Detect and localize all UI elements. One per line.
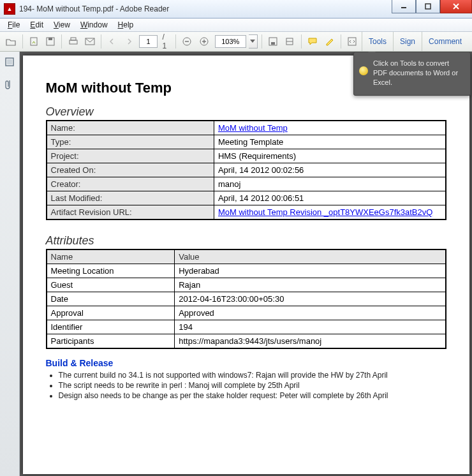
- open-file-button[interactable]: [4, 34, 18, 49]
- notes-list: The current build no 34.1 is not support…: [46, 371, 446, 400]
- table-row: Date2012-04-16T23:00:00+05:30: [47, 292, 446, 306]
- svg-rect-1: [425, 4, 431, 9]
- svg-rect-8: [71, 38, 76, 40]
- value-modified: April, 14 2012 00:06:51: [214, 191, 445, 205]
- zoom-dropdown[interactable]: [249, 34, 258, 48]
- tools-tooltip: Click on Tools to convert PDF documents …: [353, 52, 471, 96]
- page-total: / 1: [163, 33, 170, 50]
- toolbar-separator: [175, 34, 176, 48]
- minimize-button[interactable]: [392, 0, 416, 13]
- comment-link[interactable]: Comment: [422, 32, 468, 51]
- menu-window[interactable]: Window: [75, 19, 113, 31]
- save-button[interactable]: [43, 34, 58, 49]
- label-created: Created On:: [47, 163, 214, 177]
- value-creator: manoj: [214, 177, 445, 191]
- list-item: Design also needs to be change as per th…: [59, 391, 446, 400]
- tooltip-arrow: [368, 52, 376, 52]
- menu-edit[interactable]: Edit: [25, 19, 48, 31]
- value-name-link[interactable]: MoM without Temp: [218, 123, 288, 133]
- build-release-heading: Build & Release: [46, 358, 446, 368]
- toolbar-separator: [262, 34, 262, 48]
- menu-file[interactable]: File: [3, 19, 25, 31]
- app-icon: ▲: [4, 3, 15, 15]
- document-stage[interactable]: MoM without Temp Overview Name:MoM witho…: [20, 52, 472, 476]
- window-controls: [392, 0, 472, 13]
- zoom-input[interactable]: 103%: [215, 35, 246, 48]
- page-number-input[interactable]: 1: [139, 35, 157, 48]
- print-button[interactable]: [66, 34, 80, 49]
- svg-rect-7: [70, 40, 77, 44]
- svg-rect-6: [48, 38, 52, 40]
- svg-rect-21: [7, 59, 12, 64]
- label-project: Project:: [47, 149, 214, 163]
- viewmode-button[interactable]: [283, 34, 297, 49]
- menu-view[interactable]: View: [48, 19, 75, 31]
- toolbar-separator: [341, 34, 341, 48]
- value-type: Meeting Template: [214, 135, 445, 149]
- email-button[interactable]: [83, 34, 98, 49]
- label-type: Type:: [47, 135, 214, 149]
- table-row: Participantshttps://mapanda3:9443/jts/us…: [47, 334, 446, 349]
- label-creator: Creator:: [47, 177, 214, 191]
- attachments-icon[interactable]: [5, 79, 14, 93]
- zoom-in-button[interactable]: [196, 34, 211, 49]
- toolbar-separator: [301, 34, 302, 48]
- attr-header-name: Name: [47, 249, 175, 264]
- svg-rect-16: [271, 42, 275, 45]
- highlight-button[interactable]: [322, 34, 337, 49]
- sign-link[interactable]: Sign: [393, 32, 422, 51]
- nav-sidebar: [0, 52, 20, 476]
- read-mode-button[interactable]: [344, 34, 359, 49]
- toolbar: 1 / 1 103% Tools Sign Comment: [0, 32, 472, 52]
- attr-header-value: Value: [175, 249, 446, 264]
- titlebar: ▲ 194- MoM without Temp.pdf - Adobe Read…: [0, 0, 472, 19]
- pdf-page: MoM without Temp Overview Name:MoM witho…: [23, 56, 469, 474]
- menu-help[interactable]: Help: [113, 19, 139, 31]
- toolbar-separator: [101, 34, 101, 48]
- toolbar-separator: [61, 34, 62, 48]
- label-modified: Last Modified:: [47, 191, 214, 205]
- next-page-button[interactable]: [122, 34, 137, 49]
- list-item: The script needs to be rewrite in perl :…: [59, 381, 446, 390]
- close-button[interactable]: [440, 0, 472, 13]
- attributes-heading: Attributes: [46, 234, 446, 248]
- tooltip-text: Click on Tools to convert PDF documents …: [373, 59, 458, 86]
- table-row: Identifier194: [47, 320, 446, 334]
- comment-bubble-button[interactable]: [306, 34, 320, 49]
- value-created: April, 14 2012 00:02:56: [214, 163, 445, 177]
- attributes-table: NameValue Meeting LocationHyderabad Gues…: [46, 249, 446, 349]
- table-row: Meeting LocationHyderabad: [47, 264, 446, 278]
- overview-heading: Overview: [46, 105, 446, 119]
- thumbnails-icon[interactable]: [4, 57, 15, 69]
- zoom-out-button[interactable]: [180, 34, 195, 49]
- window-title: 194- MoM without Temp.pdf - Adobe Reader: [19, 4, 169, 13]
- table-row: ApprovalApproved: [47, 306, 446, 320]
- export-pdf-button[interactable]: [26, 34, 41, 49]
- tools-link[interactable]: Tools: [362, 32, 393, 51]
- toolbar-separator: [22, 34, 23, 48]
- overview-table: Name:MoM without Temp Type:Meeting Templ…: [46, 120, 446, 220]
- value-revurl-link[interactable]: MoM without Temp Revision _optT8YWXEeGs7…: [218, 207, 432, 217]
- save-copy-button[interactable]: [266, 34, 281, 49]
- prev-page-button[interactable]: [105, 34, 120, 49]
- label-name: Name:: [47, 121, 214, 135]
- lightbulb-icon: [359, 66, 368, 75]
- table-row: GuestRajan: [47, 278, 446, 292]
- maximize-button[interactable]: [416, 0, 440, 13]
- label-revurl: Artifact Revision URL:: [47, 205, 214, 220]
- list-item: The current build no 34.1 is not support…: [59, 371, 446, 380]
- workarea: MoM without Temp Overview Name:MoM witho…: [0, 52, 472, 476]
- menubar: File Edit View Window Help: [0, 19, 472, 32]
- value-project: HMS (Requirements): [214, 149, 445, 163]
- right-panel-links: Tools Sign Comment: [362, 32, 468, 51]
